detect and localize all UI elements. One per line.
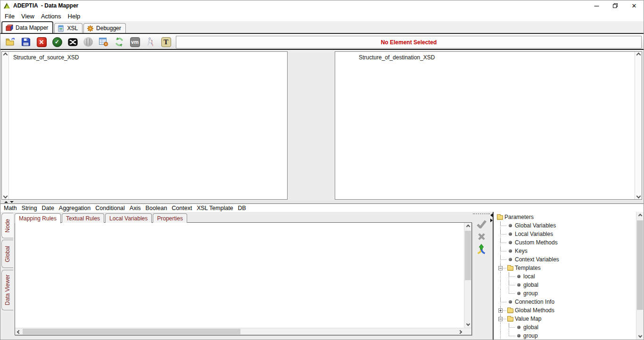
node-info-button[interactable] [82,36,94,49]
function-menu-context[interactable]: Context [169,205,194,211]
scrollbar-thumb[interactable] [465,231,471,280]
apply-rule-button[interactable] [475,218,488,230]
function-menu-aggregation[interactable]: Aggregation [57,205,93,211]
scroll-down-icon[interactable] [636,194,641,199]
scroll-up-icon[interactable] [636,53,641,57]
scrollbar-thumb[interactable] [23,329,240,334]
scroll-left-icon[interactable] [15,328,23,335]
combine-rule-button[interactable] [475,243,488,255]
menu-file[interactable]: File [1,12,18,21]
tree-item-parameters[interactable]: Parameters [495,213,636,221]
tab-data-mapper[interactable]: Data Mapper [1,21,53,33]
mapping-rules-content[interactable] [15,222,472,335]
tree-item-local-variables[interactable]: Local Variables [495,230,636,238]
tree-item-value-map[interactable]: Value Map [495,315,636,323]
rules-tab-local-variables[interactable]: Local Variables [105,213,152,223]
tree-item-local[interactable]: local [495,272,636,281]
function-menu-boolean[interactable]: Boolean [143,205,169,211]
delete-button[interactable]: ✕ [35,36,48,49]
tree-item-label: Global Variables [515,222,556,229]
node-bullet-icon [507,250,513,253]
parameters-tree: ParametersGlobal VariablesLocal Variable… [495,213,636,340]
function-menu-conditional[interactable]: Conditional [93,205,127,211]
save-button[interactable] [20,36,32,49]
side-tab-strip: NodeGlobalData Viewer [0,213,14,310]
open-folder-icon [5,36,16,48]
menu-actions[interactable]: Actions [38,12,65,21]
scroll-up-icon[interactable] [636,212,644,219]
scroll-up-icon[interactable] [464,223,472,230]
destination-panel-title: Structure_of_destination_XSD [359,54,435,61]
source-panel-scrollbar[interactable] [2,52,9,199]
function-menu-string[interactable]: String [19,205,40,211]
side-tab-data-viewer[interactable]: Data Viewer [1,270,13,310]
window-controls: ✕ [587,0,644,11]
tree-item-context-variables[interactable]: Context Variables [495,255,636,264]
rules-action-strip [472,212,493,340]
refresh-button[interactable] [113,36,125,49]
node-bullet-icon [515,283,522,287]
collapse-icon[interactable] [498,317,503,321]
collapse-icon[interactable] [498,266,503,270]
remove-rule-button[interactable] [475,231,488,243]
tree-item-label: Keys [515,248,528,254]
restore-button[interactable] [606,0,625,11]
rules-horizontal-scrollbar[interactable] [15,328,471,335]
side-tab-global[interactable]: Global [1,240,13,268]
tree-item-keys[interactable]: Keys [495,247,636,255]
close-button[interactable]: ✕ [625,0,644,11]
text-node-button[interactable]: T [160,36,172,49]
tab-label: XSL [67,25,78,32]
scroll-down-icon[interactable] [464,320,472,328]
tab-label: Debugger [96,25,121,32]
rules-tab-textual-rules[interactable]: Textual Rules [62,213,104,223]
open-button[interactable] [4,36,17,49]
vm-script-button[interactable]: vm [129,36,141,49]
function-menu-math[interactable]: Math [1,205,19,211]
function-menu-axis[interactable]: Axis [127,205,143,211]
function-menu-db[interactable]: DB [236,205,248,211]
tree-item-label: Custom Methods [515,239,558,246]
properties-button[interactable] [98,36,110,49]
menu-help[interactable]: Help [65,12,84,21]
source-structure-panel[interactable]: Structure_of_source_XSD [1,51,288,200]
minimize-button[interactable] [587,0,606,11]
scrollbar-thumb[interactable] [637,220,643,310]
tree-item-connection-info[interactable]: Connection Info [495,298,636,306]
tree-item-group[interactable]: group [495,332,636,340]
scroll-up-icon[interactable] [3,53,8,57]
destination-structure-panel[interactable]: Structure_of_destination_XSD [335,51,642,200]
splitter-handle-icon[interactable] [4,201,14,203]
merge-icon [476,243,487,255]
debug-trace-button[interactable] [144,36,157,49]
scroll-down-icon[interactable] [636,332,644,340]
scroll-down-icon[interactable] [3,194,8,199]
mapping-rules-button[interactable] [66,36,79,49]
tab-debugger[interactable]: Debugger [83,23,126,33]
toolbar: ✕✓vmT No Element Selected [0,35,644,50]
function-menu-date[interactable]: Date [39,205,56,211]
drag-grip-icon[interactable] [473,213,490,214]
destination-panel-scrollbar[interactable] [635,52,642,199]
rules-tab-properties[interactable]: Properties [153,213,187,223]
scroll-right-icon[interactable] [456,328,464,335]
rules-vertical-scrollbar[interactable] [464,223,471,328]
expand-icon[interactable] [498,308,503,313]
tab-xsl[interactable]: XSL [54,23,83,33]
folder-icon [507,265,513,271]
validate-button[interactable]: ✓ [51,36,63,49]
tree-item-group[interactable]: group [495,289,636,298]
tree-item-global-methods[interactable]: Global Methods [495,306,636,315]
tree-item-global[interactable]: global [495,281,636,289]
tree-item-custom-methods[interactable]: Custom Methods [495,238,636,247]
check-icon [476,220,487,228]
tree-vertical-scrollbar[interactable] [636,212,644,340]
function-menu-xsl-template[interactable]: XSL Template [194,205,235,211]
menu-view[interactable]: View [18,12,38,21]
side-tab-node[interactable]: Node [1,213,13,238]
tree-item-label: group [523,332,538,339]
tree-item-global-variables[interactable]: Global Variables [495,221,636,230]
tree-item-global[interactable]: global [495,323,636,332]
tree-item-templates[interactable]: Templates [495,264,636,272]
rules-tab-mapping-rules[interactable]: Mapping Rules [15,213,61,223]
